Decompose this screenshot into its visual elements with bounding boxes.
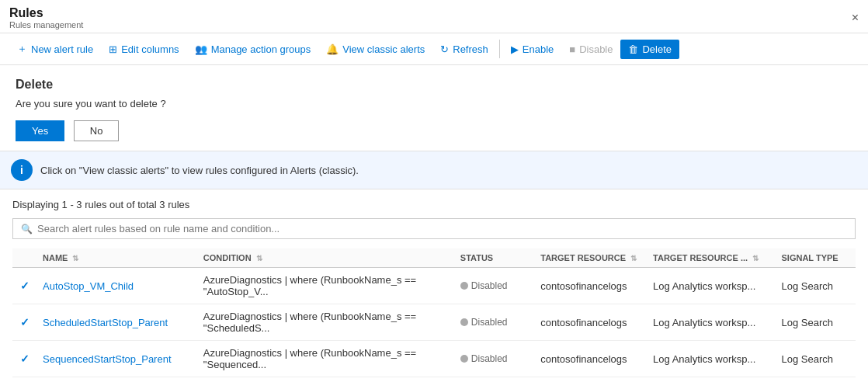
delete-message: Are you sure you want to delete ? — [16, 98, 852, 109]
row-signal-1: Log Search — [776, 304, 856, 341]
status-dot-0 — [460, 282, 468, 290]
plus-icon: ＋ — [17, 42, 27, 56]
sort-icon-name: ⇅ — [72, 254, 78, 262]
no-button[interactable]: No — [74, 120, 120, 141]
disable-button[interactable]: ■ Disable — [561, 40, 620, 59]
th-check — [12, 248, 36, 268]
page-subtitle: Rules management — [9, 20, 83, 30]
checkmark-icon: ✓ — [20, 353, 30, 365]
sort-icon-target-type: ⇅ — [752, 254, 759, 262]
people-icon: 👥 — [195, 43, 207, 55]
info-icon: i — [11, 159, 33, 181]
table-header-row: NAME ⇅ CONDITION ⇅ STATUS TARGET RESOURC… — [12, 248, 856, 268]
row-status-0: Disabled — [454, 268, 534, 304]
row-name-2: SequencedStartStop_Parent — [36, 341, 197, 377]
table-row: ✓ AutoStop_VM_Child AzureDiagnostics | w… — [12, 268, 856, 304]
row-name-1: ScheduledStartStop_Parent — [36, 304, 197, 341]
rule-name-link-2[interactable]: SequencedStartStop_Parent — [43, 353, 172, 365]
row-check-0[interactable]: ✓ — [12, 268, 36, 304]
checkmark-icon: ✓ — [20, 280, 30, 292]
row-target-0: contosofinancelogs — [534, 268, 647, 304]
enable-button[interactable]: ▶ Enable — [503, 40, 561, 59]
row-target-type-1: Log Analytics worksp... — [647, 304, 775, 341]
search-icon: 🔍 — [21, 224, 33, 234]
status-dot-1 — [460, 318, 468, 326]
yes-button[interactable]: Yes — [16, 120, 64, 141]
title-bar: Rules Rules management × — [0, 0, 868, 33]
title-bar-left: Rules Rules management — [9, 6, 83, 30]
search-box: 🔍 — [12, 218, 856, 239]
stop-icon: ■ — [569, 43, 575, 55]
th-target-resource-type[interactable]: TARGET RESOURCE ... ⇅ — [647, 248, 775, 268]
th-status[interactable]: STATUS — [454, 248, 534, 268]
rule-name-link-0[interactable]: AutoStop_VM_Child — [43, 280, 134, 292]
table-body: ✓ AutoStop_VM_Child AzureDiagnostics | w… — [12, 268, 856, 377]
row-condition-0: AzureDiagnostics | where (RunbookName_s … — [197, 268, 454, 304]
rules-table: NAME ⇅ CONDITION ⇅ STATUS TARGET RESOURC… — [12, 248, 856, 377]
row-condition-1: AzureDiagnostics | where (RunbookName_s … — [197, 304, 454, 341]
table-row: ✓ ScheduledStartStop_Parent AzureDiagnos… — [12, 304, 856, 341]
th-target-resource[interactable]: TARGET RESOURCE ⇅ — [534, 248, 647, 268]
th-signal-type[interactable]: SIGNAL TYPE — [776, 248, 856, 268]
status-badge-1: Disabled — [460, 317, 508, 328]
status-dot-2 — [460, 355, 468, 363]
delete-title: Delete — [16, 78, 852, 92]
row-status-2: Disabled — [454, 341, 534, 377]
rules-count: Displaying 1 - 3 rules out of total 3 ru… — [12, 199, 856, 210]
row-target-type-0: Log Analytics worksp... — [647, 268, 775, 304]
search-input[interactable] — [37, 223, 847, 234]
row-check-2[interactable]: ✓ — [12, 341, 36, 377]
row-target-1: contosofinancelogs — [534, 304, 647, 341]
rule-name-link-1[interactable]: ScheduledStartStop_Parent — [43, 317, 168, 328]
page-title: Rules — [9, 6, 83, 20]
row-condition-2: AzureDiagnostics | where (RunbookName_s … — [197, 341, 454, 377]
delete-button[interactable]: 🗑 Delete — [620, 40, 679, 59]
toolbar: ＋ New alert rule ⊞ Edit columns 👥 Manage… — [0, 33, 868, 65]
rules-section: Displaying 1 - 3 rules out of total 3 ru… — [0, 189, 868, 382]
columns-icon: ⊞ — [109, 43, 117, 55]
toolbar-divider — [499, 40, 500, 58]
row-name-0: AutoStop_VM_Child — [36, 268, 197, 304]
checkmark-icon: ✓ — [20, 316, 30, 328]
status-badge-2: Disabled — [460, 353, 508, 364]
play-icon: ▶ — [511, 43, 519, 55]
row-status-1: Disabled — [454, 304, 534, 341]
refresh-icon: ↻ — [440, 43, 449, 55]
th-condition[interactable]: CONDITION ⇅ — [197, 248, 454, 268]
delete-panel: Delete Are you sure you want to delete ?… — [0, 65, 868, 151]
view-classic-alerts-button[interactable]: 🔔 View classic alerts — [318, 40, 432, 59]
refresh-button[interactable]: ↻ Refresh — [432, 40, 496, 59]
sort-icon-condition: ⇅ — [256, 254, 262, 262]
table-row: ✓ SequencedStartStop_Parent AzureDiagnos… — [12, 341, 856, 377]
close-button[interactable]: × — [852, 11, 859, 25]
row-target-2: contosofinancelogs — [534, 341, 647, 377]
row-signal-0: Log Search — [776, 268, 856, 304]
row-check-1[interactable]: ✓ — [12, 304, 36, 341]
trash-icon: 🗑 — [628, 43, 638, 55]
th-name[interactable]: NAME ⇅ — [36, 248, 197, 268]
sort-icon-target: ⇅ — [630, 254, 637, 262]
info-bar: i Click on "View classic alerts" to view… — [0, 151, 868, 189]
row-signal-2: Log Search — [776, 341, 856, 377]
row-target-type-2: Log Analytics worksp... — [647, 341, 775, 377]
bell-icon: 🔔 — [326, 43, 339, 55]
info-text: Click on "View classic alerts" to view r… — [40, 165, 359, 176]
status-badge-0: Disabled — [460, 280, 508, 291]
manage-action-groups-button[interactable]: 👥 Manage action groups — [187, 40, 319, 59]
edit-columns-button[interactable]: ⊞ Edit columns — [101, 40, 186, 59]
new-alert-rule-button[interactable]: ＋ New alert rule — [9, 38, 101, 60]
